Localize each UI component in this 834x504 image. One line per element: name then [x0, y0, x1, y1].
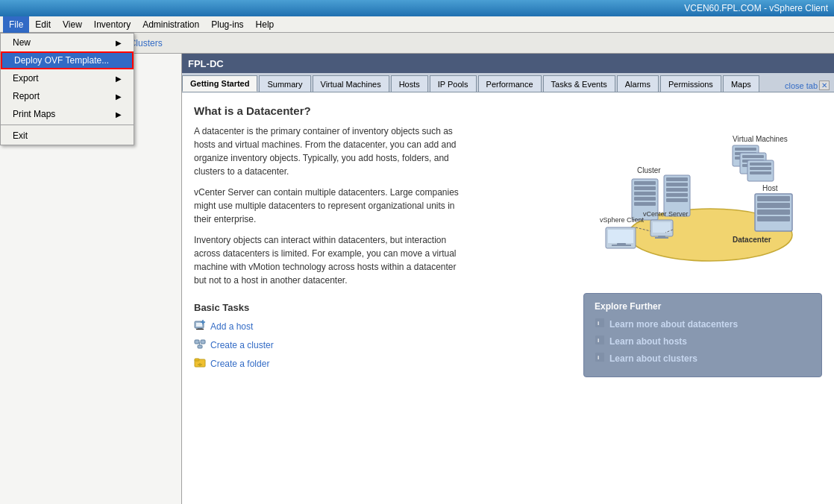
object-name: FPL-DC [188, 58, 224, 69]
menu-new[interactable]: New ▶ [1, 34, 134, 51]
svg-rect-8 [195, 340, 199, 344]
submenu-arrow-new: ▶ [116, 39, 122, 47]
basic-tasks-title: Basic Tasks [194, 302, 568, 313]
create-cluster-label: Create a cluster [210, 340, 274, 350]
svg-text:i: i [598, 337, 599, 344]
menu-print-maps[interactable]: Print Maps ▶ [1, 105, 134, 123]
menu-inventory[interactable]: Inventory [88, 16, 137, 33]
svg-rect-44 [757, 210, 790, 215]
svg-rect-30 [735, 148, 756, 151]
getting-started-body: What is a Datacenter? A datacenter is th… [194, 104, 822, 377]
explore-clusters[interactable]: i Learn about clusters [595, 352, 811, 365]
task-create-folder[interactable]: Create a folder [194, 356, 568, 371]
svg-rect-45 [757, 216, 790, 221]
add-host-label: Add a host [210, 321, 253, 332]
svg-line-11 [199, 342, 200, 345]
menu-plugins[interactable]: Plug-ins [205, 16, 249, 33]
explore-box: Explore Further i Learn more about datac… [583, 293, 822, 377]
svg-rect-49 [655, 237, 668, 239]
task-create-cluster[interactable]: Create a cluster [194, 338, 568, 352]
menu-help[interactable]: Help [250, 16, 280, 33]
tab-performance[interactable]: Performance [478, 75, 542, 92]
paragraph-3: Inventory objects can interact within da… [194, 233, 463, 287]
svg-text:i: i [598, 354, 599, 361]
tab-tasks-events[interactable]: Tasks & Events [543, 75, 615, 92]
svg-rect-25 [666, 183, 688, 186]
svg-rect-5 [196, 329, 204, 330]
content-area: FPL-DC Getting Started Summary Virtual M… [182, 54, 834, 504]
svg-rect-40 [750, 171, 771, 174]
task-add-host[interactable]: Add a host [194, 319, 568, 333]
svg-text:Cluster: Cluster [637, 166, 661, 174]
svg-text:Host: Host [762, 184, 778, 192]
svg-rect-38 [750, 163, 771, 166]
svg-rect-39 [750, 167, 771, 170]
datacenter-diagram: Cluster Virtual Machines Host Datacenter… [583, 104, 807, 268]
svg-text:vSphere Client: vSphere Client [600, 216, 645, 224]
create-folder-icon [194, 356, 206, 371]
explore-datacenters[interactable]: i Learn more about datacenters [595, 318, 811, 330]
file-dropdown: New ▶ Deploy OVF Template... Export ▶ Re… [0, 33, 134, 145]
tab-virtual-machines[interactable]: Virtual Machines [313, 75, 389, 92]
svg-text:Datacenter: Datacenter [733, 236, 771, 244]
svg-rect-51 [608, 230, 633, 243]
right-content: Cluster Virtual Machines Host Datacenter… [583, 104, 822, 377]
explore-hosts-icon: i [595, 335, 605, 347]
title-text: VCEN60.FPL.COM - vSphere Client [684, 3, 828, 13]
svg-rect-13 [195, 359, 199, 361]
tabs-bar: Getting Started Summary Virtual Machines… [182, 73, 834, 92]
explore-clusters-icon: i [595, 352, 605, 365]
title-bar: VCEN60.FPL.COM - vSphere Client [0, 0, 834, 16]
menu-view[interactable]: View [57, 16, 88, 33]
menu-separator [1, 125, 134, 125]
section-title: What is a Datacenter? [194, 104, 568, 117]
menu-administration[interactable]: Administration [137, 16, 205, 33]
svg-rect-43 [757, 203, 790, 208]
svg-rect-27 [666, 193, 688, 197]
svg-rect-10 [198, 345, 202, 348]
close-tab-area[interactable]: close tab ✕ [780, 79, 834, 92]
tab-alarms[interactable]: Alarms [617, 75, 659, 92]
menu-export[interactable]: Export ▶ [1, 69, 134, 87]
svg-rect-18 [634, 181, 656, 185]
explore-datacenters-label: Learn more about datacenters [609, 319, 738, 330]
menu-bar: File Edit View Inventory Administration … [0, 16, 834, 33]
menu-edit[interactable]: Edit [29, 16, 57, 33]
tab-summary[interactable]: Summary [259, 75, 310, 92]
svg-rect-20 [634, 192, 656, 195]
svg-text:i: i [598, 320, 599, 327]
menu-report[interactable]: Report ▶ [1, 87, 134, 105]
tab-maps[interactable]: Maps [723, 75, 759, 92]
tab-getting-started[interactable]: Getting Started [182, 75, 257, 92]
svg-rect-42 [757, 196, 790, 201]
svg-rect-64 [595, 336, 604, 344]
svg-text:Virtual Machines: Virtual Machines [733, 135, 788, 143]
svg-rect-24 [666, 177, 688, 181]
explore-datacenters-icon: i [595, 318, 605, 330]
tab-ip-pools[interactable]: IP Pools [430, 75, 477, 92]
create-folder-label: Create a folder [210, 359, 269, 369]
explore-hosts-label: Learn about hosts [609, 336, 687, 347]
paragraph-2: vCenter Server can contain multiple data… [194, 186, 463, 226]
close-tab-label: close tab [785, 81, 818, 90]
explore-clusters-label: Learn about clusters [609, 353, 697, 364]
submenu-arrow-print-maps: ▶ [116, 110, 122, 119]
tab-permissions[interactable]: Permissions [660, 75, 721, 92]
svg-rect-22 [634, 202, 656, 206]
menu-file[interactable]: File [3, 16, 29, 33]
add-host-icon [194, 319, 206, 333]
svg-rect-19 [634, 186, 656, 190]
explore-title: Explore Further [595, 301, 811, 312]
svg-rect-9 [201, 340, 205, 344]
create-cluster-icon [194, 338, 206, 352]
paragraph-1: A datacenter is the primary container of… [194, 125, 463, 178]
close-tab-icon[interactable]: ✕ [819, 81, 830, 90]
svg-rect-66 [595, 353, 604, 362]
tab-hosts[interactable]: Hosts [391, 75, 428, 92]
svg-rect-21 [634, 197, 656, 201]
explore-hosts[interactable]: i Learn about hosts [595, 335, 811, 347]
svg-rect-34 [742, 155, 764, 158]
submenu-arrow-report: ▶ [116, 92, 122, 101]
menu-exit[interactable]: Exit [1, 127, 134, 145]
menu-deploy-ovf[interactable]: Deploy OVF Template... [1, 51, 134, 69]
